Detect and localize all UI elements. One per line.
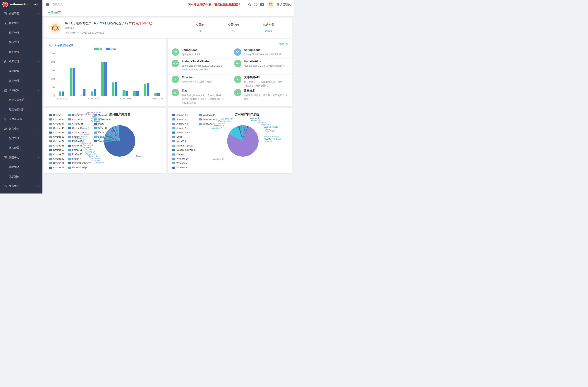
bar-您: [70, 68, 72, 96]
legend-item[interactable]: Chrome 65: [68, 122, 94, 126]
tech-desc: 封装文件接口，实现本地存储、阿里云、FastDFS存储的配置化: [244, 80, 289, 88]
legend-label: Chrome 51: [53, 131, 64, 134]
legend-item[interactable]: Chrome 55: [49, 143, 68, 148]
tech-item-container-tech[interactable]: C容器技术虚拟化容器技术，让迁移、部署更加方便快捷: [230, 88, 292, 106]
pie-label: Ubuntu: [265, 140, 272, 142]
legend-swatch: [49, 123, 52, 125]
visits-plot: [56, 54, 162, 96]
legend-item[interactable]: Chrome 61: [49, 161, 68, 165]
legend-item[interactable]: Chrome 54: [49, 139, 68, 143]
legend-item[interactable]: Windows 7: [172, 161, 199, 165]
legend-label: Chrome 55: [53, 144, 64, 147]
pie-label: Chrome 49: [90, 157, 100, 159]
legend-item[interactable]: Windows 8: [172, 165, 199, 170]
stat-value[interactable]: 2,029: [263, 29, 274, 32]
tech-item-springboot[interactable]: SBSpringBootSpring Boot 2.1.2: [168, 47, 230, 59]
legend-item[interactable]: Chrome: [49, 113, 68, 117]
legend-swatch: [199, 114, 202, 116]
tech-item-j2cache[interactable]: JJ2cacheJ2cache2.7.8: 二级缓存框架: [168, 75, 230, 88]
sidebar-item-message-center[interactable]: 消息中心: [0, 153, 42, 162]
sidebar-subitem-my-messages[interactable]: 我的消息: [0, 172, 42, 182]
legend-item[interactable]: Chrome 58: [49, 152, 68, 157]
sidebar-subitem-post-management[interactable]: 岗位管理: [0, 38, 42, 47]
legend-item[interactable]: Windows 10: [172, 157, 199, 161]
legend-item[interactable]: Android 6.x: [172, 117, 199, 122]
legend-item[interactable]: Linux: [172, 135, 199, 139]
legend-swatch: [172, 132, 175, 134]
legend-label: Chrome 53: [53, 136, 64, 138]
sidebar-subitem-region-info-maintenance[interactable]: 地区信息维护: [0, 105, 42, 114]
legend-item[interactable]: Chrome 62: [49, 165, 68, 170]
sidebar-item-permission-management[interactable]: 权限管理: [0, 57, 42, 66]
learn-more-link[interactable]: 了解更多: [278, 42, 288, 46]
sidebar-subitem-sms-management[interactable]: 短信管理: [0, 134, 42, 143]
legend-item[interactable]: Chrome 47: [49, 122, 68, 126]
legend-item[interactable]: Chrome 59: [49, 157, 68, 161]
tab-system-home[interactable]: 系统主页: [45, 9, 64, 16]
legend-item[interactable]: Android 8.x: [172, 126, 199, 130]
stat-value[interactable]: 14: [196, 29, 204, 32]
sidebar-subitem-user-management[interactable]: 用户管理: [0, 47, 42, 57]
sidebar-subitem-account-config[interactable]: 账号配置: [0, 143, 42, 153]
app-logo[interactable]: Z zuihou-admin cloud: [0, 0, 42, 9]
legend-item[interactable]: Mac OS X (iPad): [172, 143, 199, 148]
legend-item[interactable]: Chrome 53: [49, 135, 68, 139]
bar-group: [131, 54, 141, 96]
legend-item[interactable]: Android 7.x: [172, 122, 199, 126]
avatar[interactable]: [267, 1, 274, 8]
font-size-icon[interactable]: A: [260, 2, 264, 6]
sidebar-subitem-org-management[interactable]: 组织管理: [0, 28, 42, 38]
legend-swatch: [49, 119, 52, 121]
legend-item[interactable]: Chrome 51: [49, 130, 68, 135]
legend-item[interactable]: Windows Vista: [199, 117, 217, 122]
legend-swatch: [172, 119, 175, 121]
legend-item[interactable]: Mac OS X: [172, 139, 199, 143]
current-user-name[interactable]: 超级管理员: [277, 3, 291, 6]
legend-swatch: [172, 136, 175, 138]
tech-desc: Spring Boot 2.1.2: [182, 53, 200, 56]
sidebar-item-developer-management[interactable]: 开发者管理: [0, 114, 42, 124]
fullscreen-icon[interactable]: [254, 3, 257, 6]
sidebar-item-sms-center[interactable]: 短信中心: [0, 124, 42, 134]
sidebar-subitem-role-management[interactable]: 角色管理: [0, 76, 42, 86]
star-link[interactable]: 点个star: [136, 21, 148, 25]
legend-item[interactable]: Android Mobile: [172, 130, 199, 135]
legend-item[interactable]: Android 1.x: [172, 113, 199, 117]
sidebar-subitem-label: 我的消息: [9, 175, 19, 178]
legend-item[interactable]: Chrome 26: [49, 117, 68, 122]
sidebar-subitem-data-dict-maintenance[interactable]: 数据字典维护: [0, 95, 42, 105]
sidebar-item-base-config[interactable]: 基础配置: [0, 86, 42, 95]
sidebar-subitem-label: 数据字典维护: [9, 98, 24, 102]
legend-item[interactable]: Ubuntu: [172, 152, 199, 157]
legend-item[interactable]: Chrome 64: [68, 117, 94, 122]
tech-badge: M: [172, 89, 179, 96]
legend-item[interactable]: Windows 8.1: [199, 113, 217, 117]
legend-item[interactable]: Chrome 49: [49, 126, 68, 130]
tech-name: SpringBoot: [182, 48, 200, 51]
search-icon[interactable]: [248, 3, 251, 6]
tech-item-mybatis-plus[interactable]: MPMybatis-PlusMybatis-plus 3.2.0： Mybati…: [230, 59, 292, 75]
legend-item[interactable]: Chrome 57: [49, 148, 68, 152]
sidebar-subitem-message-push[interactable]: 消息推送: [0, 162, 42, 172]
pie-label: Android 6.x: [251, 119, 261, 121]
legend-item[interactable]: Internet Explorer 11: [68, 161, 94, 165]
x-tick-label: 2019-12-07: [120, 97, 131, 100]
tech-badge: C: [234, 89, 241, 96]
legend-item-您[interactable]: 您: [94, 47, 102, 50]
legend-item-总数[interactable]: 总数: [106, 47, 116, 50]
tech-item-file-storage-api[interactable]: F文件存储API封装文件接口，实现本地存储、阿里云、FastDFS存储的配置化: [230, 75, 292, 88]
tech-item-spring-cloud-alibaba[interactable]: SCASpring Cloud alibabaSpringCloudAlibab…: [168, 59, 230, 75]
sidebar-subitem-menu-config[interactable]: 菜单配置: [0, 66, 42, 76]
bar-您: [80, 96, 83, 96]
last-login: 上次登录时间： 2019-12-10 10:03:08: [64, 31, 154, 35]
sidebar-item-must-read[interactable]: 务必详看: [0, 9, 42, 19]
legend-item[interactable]: Microsoft Edge: [68, 165, 94, 170]
collapse-menu-icon[interactable]: [45, 2, 49, 6]
sidebar-item-user-center[interactable]: 用户中心: [0, 19, 42, 28]
tech-item-monitor[interactable]: M监控集成SpringBootAdmin、Zipkin、Redis、Mysql、…: [168, 88, 230, 106]
stat-value[interactable]: 15: [228, 29, 239, 32]
legend-swatch: [68, 123, 71, 125]
tech-item-springcloud[interactable]: SCSpringCloudSpring Cloud Greenwich.RELE…: [230, 47, 292, 59]
sidebar-item-file-center[interactable]: 文件中心: [0, 182, 42, 191]
legend-item[interactable]: Mac OS X (iPhone): [172, 148, 199, 152]
